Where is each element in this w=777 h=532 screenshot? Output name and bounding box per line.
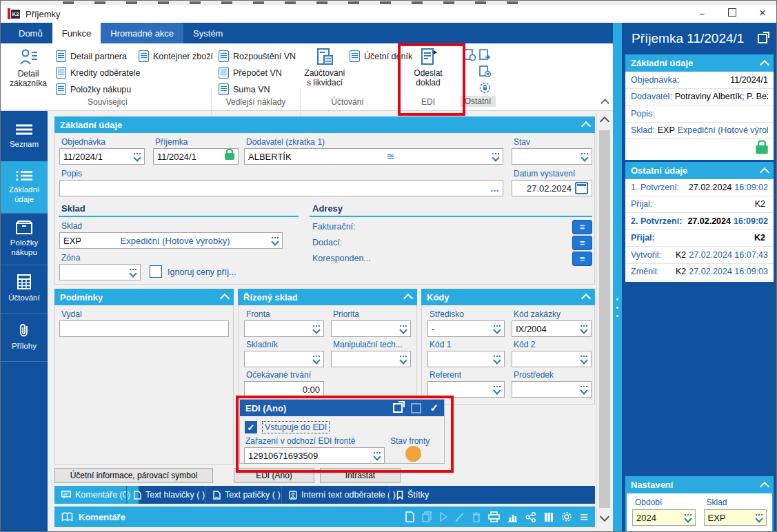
dropdown-icon[interactable] [371, 452, 381, 460]
sidebar-item-polozky-nakupu[interactable]: Položky nákupu [1, 213, 48, 265]
tab-system[interactable]: Systém [183, 23, 232, 43]
zauctovani-button[interactable]: Zaúčtování s likvidací [304, 48, 345, 88]
fakturacni-address-button[interactable]: ≡ [572, 220, 592, 234]
dropdown-icon[interactable] [269, 237, 279, 245]
odeslat-doklad-button[interactable]: Odeslat doklad [406, 48, 450, 88]
dropdown-icon[interactable] [578, 153, 588, 161]
ucetni-informace-button[interactable]: Účetní informace, párovací symbol [54, 468, 213, 483]
kod2-field[interactable] [512, 351, 592, 367]
collapse-icon[interactable] [760, 481, 769, 491]
ucetni-denik-button[interactable]: Účetní deník [350, 50, 412, 62]
tab-stitky[interactable]: Štítky [389, 486, 461, 504]
close-button[interactable]: × [747, 6, 777, 20]
dodaci-address-button[interactable]: ≡ [572, 236, 592, 250]
vydal-field[interactable] [59, 320, 229, 337]
intrastat-button[interactable]: Intrastat [320, 468, 401, 483]
polozky-nakupu-button[interactable]: Položky nákupu [56, 83, 131, 95]
dropdown-icon[interactable] [578, 356, 587, 363]
dropdown-icon[interactable] [310, 356, 320, 363]
detail-zakaznika-button[interactable]: Detail zákazníka [8, 48, 49, 89]
sidebar-item-zakladni-udaje[interactable]: Základní údaje [1, 161, 48, 214]
collapse-icon[interactable] [403, 294, 413, 303]
share-icon[interactable] [525, 512, 536, 522]
scroll-up-icon[interactable] [599, 116, 609, 126]
open-in-window-icon[interactable] [758, 34, 767, 43]
korespondencni-address-button[interactable]: ≡ [572, 252, 592, 266]
collapse-icon[interactable] [760, 59, 769, 69]
tab-text-hlavicky[interactable]: Text hlavičky ( ) [126, 486, 219, 504]
sidebar-item-prilohy[interactable]: Přílohy [1, 313, 48, 362]
columns-icon[interactable] [544, 512, 554, 522]
suma-vn-button[interactable]: Suma VN [219, 83, 270, 95]
lock-record-button[interactable] [479, 82, 491, 94]
scrollbar-thumb[interactable] [599, 130, 610, 508]
manipulacni-technika-field[interactable] [331, 351, 411, 367]
zarazeni-field[interactable]: 12910671693509 [244, 447, 385, 464]
rozpousteni-vn-button[interactable]: Rozpouštění VN [219, 50, 296, 62]
more-icon[interactable]: … [490, 183, 499, 194]
vstupuje-do-edi-checkbox[interactable]: ✓ [245, 421, 257, 433]
dropdown-icon[interactable] [131, 153, 141, 161]
stredisko-field[interactable]: - [427, 320, 505, 337]
collapse-icon[interactable] [581, 121, 591, 131]
collapse-icon[interactable] [760, 167, 769, 176]
sklad-field[interactable]: EXP Expediční (Hotové výrobky) [59, 232, 283, 249]
ignoruj-ceny-checkbox[interactable] [150, 265, 162, 278]
kredity-odberatele-button[interactable]: Kredity odběratele [56, 67, 140, 79]
tab-interni-text[interactable]: Interní text odběratele ( ) [281, 486, 401, 504]
fronta-field[interactable] [244, 320, 324, 337]
maximize-button[interactable] [717, 8, 747, 20]
objednavka-field[interactable]: 11/2024/1 [59, 148, 145, 165]
copy-icon[interactable] [422, 511, 432, 522]
tab-funkce[interactable]: Funkce [52, 23, 101, 43]
new-record-icon[interactable] [405, 511, 414, 522]
popis-field[interactable]: … [59, 180, 503, 196]
doc-export-button[interactable] [479, 49, 491, 61]
dropdown-icon[interactable] [753, 514, 763, 522]
ocekavane-trvani-field[interactable]: 0:00 [244, 381, 324, 398]
menu-icon[interactable]: ≡ [580, 512, 588, 522]
dropdown-icon[interactable] [397, 325, 407, 333]
kod-zakazky-field[interactable]: IX/2004 [512, 320, 592, 337]
zona-field[interactable] [59, 264, 141, 280]
edi-ano-button[interactable]: EDI (Ano) [234, 468, 314, 483]
collapse-icon[interactable] [220, 294, 230, 303]
dropdown-icon[interactable] [310, 325, 320, 333]
calendar-icon[interactable] [575, 182, 588, 194]
settings-icon[interactable] [561, 511, 572, 522]
tab-domu[interactable]: Domů [9, 23, 52, 43]
datum-vystaveni-field[interactable]: 27.02.2024 [512, 180, 592, 196]
dodavatel-field[interactable]: ALBERTÍK ≋ [244, 148, 503, 165]
sidebar-item-uctovani[interactable]: Účtování [1, 265, 48, 314]
sklad-setting-field[interactable]: EXP [704, 509, 767, 526]
dropdown-icon[interactable] [578, 386, 587, 393]
save-icon[interactable] [411, 403, 421, 413]
print-icon[interactable] [488, 511, 500, 522]
minimize-button[interactable]: − [687, 8, 717, 20]
doc-status-button[interactable] [464, 49, 476, 61]
kod1-field[interactable] [427, 351, 505, 367]
sidebar-item-seznam[interactable]: Seznam [1, 111, 48, 162]
delete-icon[interactable] [472, 512, 481, 522]
confirm-icon[interactable]: ✓ [430, 402, 438, 414]
dropdown-icon[interactable] [682, 514, 692, 522]
referent-field[interactable] [427, 381, 505, 398]
dropdown-icon[interactable] [578, 325, 587, 333]
stav-field[interactable] [512, 148, 592, 165]
kontejner-zbozi-button[interactable]: Kontejner zboží [139, 50, 213, 62]
detail-partnera-button[interactable]: Detail partnera [56, 50, 127, 62]
skladnik-field[interactable] [244, 351, 324, 367]
open-in-window-icon[interactable] [393, 403, 403, 413]
prijemka-field[interactable]: 11/2024/1 [153, 148, 239, 165]
splitter[interactable] [613, 23, 622, 532]
doc-cancel-button[interactable] [479, 65, 491, 77]
collapse-icon[interactable] [581, 294, 591, 303]
prostredek-field[interactable] [512, 381, 592, 398]
chart-icon[interactable] [507, 512, 518, 522]
hierarchy-icon[interactable]: ≋ [386, 151, 394, 162]
tab-hromadne-akce[interactable]: Hromadné akce [101, 23, 183, 43]
edit-icon[interactable] [455, 512, 465, 522]
dropdown-icon[interactable] [491, 356, 501, 363]
scroll-down-icon[interactable] [599, 512, 609, 522]
dropdown-icon[interactable] [490, 153, 499, 161]
